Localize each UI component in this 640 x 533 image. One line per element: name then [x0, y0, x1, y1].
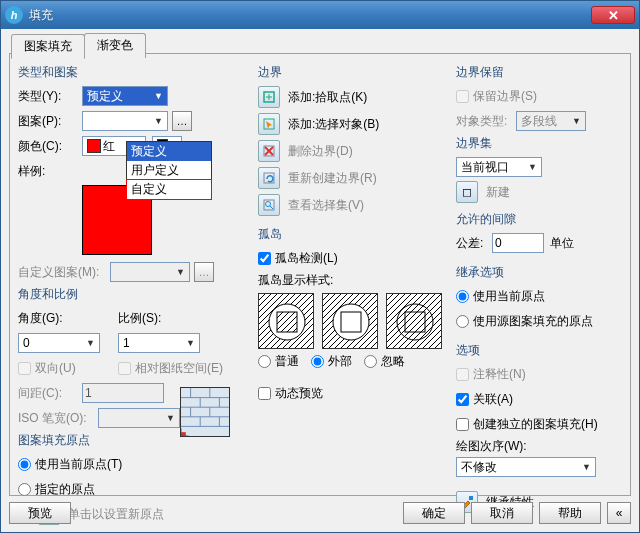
svg-rect-33	[387, 294, 442, 349]
section-islands: 孤岛	[258, 226, 448, 243]
tolerance-input[interactable]	[492, 233, 544, 253]
draw-order-select[interactable]: 不修改▼	[456, 457, 596, 477]
section-inherit-options: 继承选项	[456, 264, 622, 281]
iso-pen-label: ISO 笔宽(O):	[18, 410, 98, 427]
double-checkbox: 双向(U)	[18, 360, 118, 377]
island-style-ignore[interactable]	[386, 293, 442, 349]
type-dropdown-list[interactable]: 预定义 用户定义 自定义	[126, 141, 212, 200]
angle-input[interactable]: 0▼	[18, 333, 100, 353]
help-button[interactable]: 帮助	[539, 502, 601, 524]
svg-rect-36	[469, 496, 473, 500]
svg-rect-0	[181, 388, 229, 436]
footer: 预览 确定 取消 帮助 «	[9, 502, 631, 524]
ok-button[interactable]: 确定	[403, 502, 465, 524]
island-style-label: 孤岛显示样式:	[258, 272, 448, 289]
svg-point-25	[266, 202, 271, 207]
preview-button[interactable]: 预览	[9, 502, 71, 524]
type-option-predefined[interactable]: 预定义	[127, 142, 211, 161]
angle-label: 角度(G):	[18, 311, 63, 325]
inherit-current-radio[interactable]: 使用当前原点	[456, 285, 622, 307]
color-label: 颜色(C):	[18, 138, 82, 155]
scale-input[interactable]: 1▼	[118, 333, 200, 353]
tab-gradient[interactable]: 渐变色	[84, 33, 146, 58]
type-option-custom[interactable]: 自定义	[126, 179, 212, 200]
iso-pen-select: ▼	[98, 408, 180, 428]
draw-order-label: 绘图次序(W):	[456, 438, 622, 455]
remove-boundary-label: 删除边界(D)	[288, 143, 448, 160]
spacing-label: 间距(C):	[18, 385, 82, 402]
sample-label: 样例:	[18, 163, 82, 180]
section-boundary-set: 边界集	[456, 135, 622, 152]
island-style-normal[interactable]	[258, 293, 314, 349]
titlebar: h 填充 ✕	[1, 1, 639, 29]
tolerance-label: 公差:	[456, 235, 492, 252]
unit-label: 单位	[550, 235, 574, 252]
specified-origin-radio[interactable]: 指定的原点	[18, 478, 252, 500]
type-label: 类型(Y):	[18, 88, 82, 105]
boundary-set-select[interactable]: 当前视口▼	[456, 157, 542, 177]
add-select-obj-button[interactable]	[258, 113, 280, 135]
associative-checkbox[interactable]: 关联(A)	[456, 388, 622, 410]
annotative-checkbox: 注释性(N)	[456, 363, 622, 385]
section-gap-tolerance: 允许的间隙	[456, 211, 622, 228]
custom-pattern-browse: …	[194, 262, 214, 282]
type-select[interactable]: 预定义▼	[82, 86, 168, 106]
collapse-button[interactable]: «	[607, 502, 631, 524]
spacing-input	[82, 383, 164, 403]
svg-line-26	[270, 206, 273, 209]
paper-checkbox: 相对图纸空间(E)	[118, 360, 223, 377]
recreate-boundary-button[interactable]	[258, 167, 280, 189]
window-title: 填充	[29, 7, 53, 24]
remove-boundary-button[interactable]	[258, 140, 280, 162]
custom-pattern-select: ▼	[110, 262, 190, 282]
add-pick-point-label: 添加:拾取点(K)	[288, 89, 448, 106]
use-current-origin-radio[interactable]: 使用当前原点(T)	[18, 453, 252, 475]
close-button[interactable]: ✕	[591, 6, 635, 24]
island-detect-checkbox[interactable]: 孤岛检测(L)	[258, 247, 448, 269]
object-type-label: 对象类型:	[456, 113, 516, 130]
island-ignore-radio[interactable]: 忽略	[364, 353, 405, 370]
pattern-label: 图案(P):	[18, 113, 82, 130]
type-option-user[interactable]: 用户定义	[127, 161, 211, 180]
view-selection-button[interactable]	[258, 194, 280, 216]
inherit-source-radio[interactable]: 使用源图案填充的原点	[456, 310, 622, 332]
add-select-obj-label: 添加:选择对象(B)	[288, 116, 448, 133]
independent-checkbox[interactable]: 创建独立的图案填充(H)	[456, 413, 622, 435]
custom-pattern-label: 自定义图案(M):	[18, 264, 110, 281]
section-boundary-retain: 边界保留	[456, 64, 622, 81]
section-options: 选项	[456, 342, 622, 359]
dynamic-preview-checkbox[interactable]: 动态预览	[258, 382, 448, 404]
recreate-boundary-label: 重新创建边界(R)	[288, 170, 448, 187]
origin-preview	[180, 387, 230, 437]
dialog-window: h 填充 ✕ 图案填充 渐变色 类型和图案 类型(Y): 预定义▼	[0, 0, 640, 533]
section-boundary: 边界	[258, 64, 448, 81]
svg-rect-32	[341, 312, 361, 332]
island-outer-radio[interactable]: 外部	[311, 353, 352, 370]
island-normal-radio[interactable]: 普通	[258, 353, 299, 370]
object-type-select: 多段线▼	[516, 111, 586, 131]
island-style-outer[interactable]	[322, 293, 378, 349]
add-pick-point-button[interactable]	[258, 86, 280, 108]
app-icon: h	[5, 6, 23, 24]
svg-rect-29	[277, 312, 297, 332]
tab-pattern-fill[interactable]: 图案填充	[11, 34, 85, 59]
svg-rect-13	[181, 432, 186, 436]
new-boundary-label: 新建	[486, 184, 510, 201]
scale-label: 比例(S):	[118, 311, 161, 325]
view-selection-label: 查看选择集(V)	[288, 197, 448, 214]
pattern-select[interactable]: ▼	[82, 111, 168, 131]
section-angle-scale: 角度和比例	[18, 286, 252, 303]
default-extents-checkbox: 默认为边界范围(X)	[18, 528, 252, 533]
section-type-pattern: 类型和图案	[18, 64, 252, 81]
cancel-button[interactable]: 取消	[471, 502, 533, 524]
retain-boundary-checkbox: 保留边界(S)	[456, 85, 622, 107]
new-boundary-set-button[interactable]: ◻	[456, 181, 478, 203]
pattern-browse-button[interactable]: …	[172, 111, 192, 131]
main-panel: 类型和图案 类型(Y): 预定义▼ 预定义 用户定义 自定义 图案(P):	[9, 53, 631, 496]
